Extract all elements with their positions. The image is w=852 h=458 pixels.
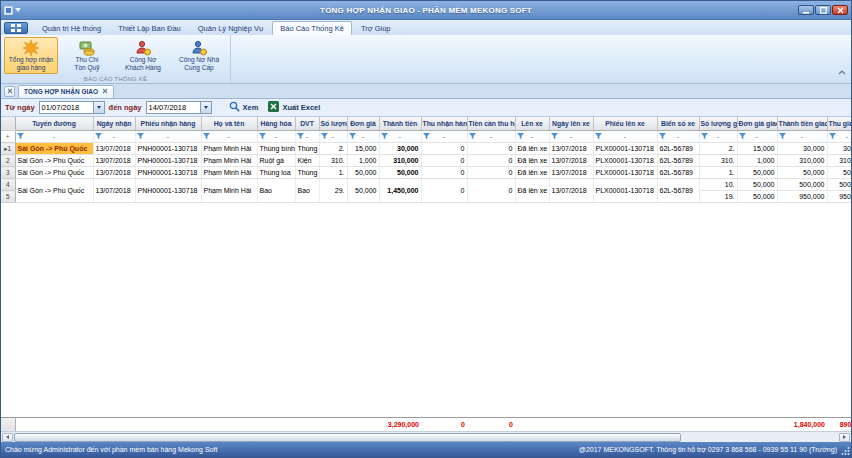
close-document-icon[interactable]	[4, 86, 15, 97]
menu-tab-quan-ly-nghiep-vu[interactable]: Quản Lý Nghiệp Vụ	[190, 21, 271, 35]
grid-cell-so-luong-giao[interactable]: 2.	[699, 143, 737, 155]
grid-cell-tuyen-duong[interactable]: Sài Gòn -> Phú Quốc	[15, 167, 93, 179]
grid-cell-ngay-nhan[interactable]: 13/07/2018	[93, 167, 135, 179]
table-row[interactable]: 4Sài Gòn -> Phú Quốc13/07/2018PNH00001-1…	[1, 179, 851, 191]
column-header-dvt[interactable]: DVT	[295, 117, 319, 131]
column-header-ho-va-ten[interactable]: Họ và tên	[201, 117, 257, 131]
grid-cell-dvt[interactable]: Thùng	[295, 143, 319, 155]
grid-cell-ho-va-ten[interactable]: Phạm Minh Hải	[201, 143, 257, 155]
filter-funnel-icon[interactable]	[739, 133, 746, 141]
filter-funnel-icon[interactable]	[381, 133, 388, 141]
filter-cell-so-luong[interactable]: -	[319, 131, 347, 143]
row-indicator[interactable]: ▸1	[1, 143, 15, 155]
application-menu-button[interactable]	[4, 22, 28, 34]
grid-cell-ngay-len-xe[interactable]: 13/07/2018	[549, 143, 593, 155]
grid-cell-tuyen-duong[interactable]: Sài Gòn -> Phú Quốc	[15, 155, 93, 167]
filter-cell-ho-va-ten[interactable]: -	[201, 131, 257, 143]
grid-cell-so-luong[interactable]: 310.	[319, 155, 347, 167]
grid-cell-hang-hoa[interactable]: Ruột gà	[257, 155, 295, 167]
row-indicator[interactable]: 5	[1, 191, 15, 203]
filter-cell-thanh-tien[interactable]: -	[379, 131, 421, 143]
grid-cell-len-xe[interactable]: Đã lên xe	[515, 179, 549, 203]
to-date-input[interactable]: 14/07/2018	[146, 101, 212, 114]
column-header-so-luong-giao[interactable]: Số lượng giao	[699, 117, 737, 131]
titlebar[interactable]: TỔNG HỢP NHẬN GIAO - PHẦN MỀM MEKONG SOF…	[1, 1, 851, 20]
from-date-dropdown-icon[interactable]	[93, 102, 104, 113]
grid-cell-thanh-tien-giao[interactable]: 500,000	[777, 179, 827, 191]
grid-cell-tien-can-thu-ho[interactable]: 0	[467, 155, 515, 167]
filter-cell-bien-so-xe[interactable]: -	[657, 131, 699, 143]
filter-funnel-icon[interactable]	[321, 133, 328, 141]
menu-tab-thiet-lap-ban-dau[interactable]: Thiết Lập Ban Đầu	[110, 21, 189, 35]
column-header-tien-can-thu-ho[interactable]: Tiền cần thu hộ	[467, 117, 515, 131]
ribbon-button-tong-hop-nhan-giao[interactable]: Tổng hợp nhận giao hàng	[4, 37, 58, 74]
grid-cell-tuyen-duong[interactable]: Sài Gòn -> Phú Quốc	[15, 179, 93, 203]
grid-cell-so-luong[interactable]: 2.	[319, 143, 347, 155]
grid-cell-so-luong-giao[interactable]: 1.	[699, 167, 737, 179]
filter-funnel-icon[interactable]	[17, 133, 24, 141]
grid-cell-tuyen-duong[interactable]: Sài Gòn -> Phú Quốc	[15, 143, 93, 155]
grid-cell-len-xe[interactable]: Đã lên xe	[515, 167, 549, 179]
grid-cell-don-gia[interactable]: 1,000	[347, 155, 379, 167]
column-header-thanh-tien[interactable]: Thành tiền	[379, 117, 421, 131]
column-header-thanh-tien-giao[interactable]: Thành tiền giao	[777, 117, 827, 131]
grid-cell-ngay-nhan[interactable]: 13/07/2018	[93, 155, 135, 167]
grid-cell-ho-va-ten[interactable]: Phạm Minh Hải	[201, 179, 257, 203]
filter-cell-hang-hoa[interactable]: -	[257, 131, 295, 143]
grid-cell-thu-giao-hang[interactable]: 950,000	[827, 191, 851, 203]
minimize-button[interactable]	[798, 5, 814, 15]
grid-cell-don-gia[interactable]: 15,000	[347, 143, 379, 155]
grid-cell-tien-can-thu-ho[interactable]: 0	[467, 143, 515, 155]
grid-cell-ngay-len-xe[interactable]: 13/07/2018	[549, 155, 593, 167]
row-indicator[interactable]: 3	[1, 167, 15, 179]
grid-cell-phieu-nhan-hang[interactable]: PNH00001-130718	[135, 179, 201, 203]
grid-cell-tien-can-thu-ho[interactable]: 0	[467, 179, 515, 203]
grid-cell-hang-hoa[interactable]: Thùng loa	[257, 167, 295, 179]
grid-cell-thu-giao-hang[interactable]: 30,000	[827, 143, 851, 155]
ribbon-button-cong-no-khach-hang[interactable]: Công Nợ Khách Hàng	[116, 37, 170, 74]
column-header-ngay-len-xe[interactable]: Ngày lên xe	[549, 117, 593, 131]
grid-cell-don-gia[interactable]: 50,000	[347, 179, 379, 203]
ribbon-button-cong-no-nha-cung-cap[interactable]: Công Nợ Nhà Cung Cấp	[172, 37, 226, 74]
filter-funnel-icon[interactable]	[595, 133, 602, 141]
scroll-left-icon[interactable]	[2, 433, 13, 442]
filter-cell-don-gia[interactable]: -	[347, 131, 379, 143]
grid-cell-ngay-len-xe[interactable]: 13/07/2018	[549, 167, 593, 179]
grid-cell-don-gia[interactable]: 50,000	[347, 167, 379, 179]
column-header-len-xe[interactable]: Lên xe	[515, 117, 549, 131]
grid-cell-thu-giao-hang[interactable]: 500,000	[827, 179, 851, 191]
filter-cell-tuyen-duong[interactable]: -	[15, 131, 93, 143]
filter-funnel-icon[interactable]	[469, 133, 476, 141]
filter-funnel-icon[interactable]	[779, 133, 786, 141]
grid-cell-phieu-len-xe[interactable]: PLX00001-130718	[593, 179, 657, 203]
grid-cell-thu-nhan-hang[interactable]: 0	[421, 143, 467, 155]
grid-cell-thu-giao-hang[interactable]: 50,000	[827, 167, 851, 179]
grid-cell-phieu-len-xe[interactable]: PLX00001-130718	[593, 167, 657, 179]
grid-cell-len-xe[interactable]: Đã lên xe	[515, 143, 549, 155]
filter-cell-thanh-tien-giao[interactable]: -	[777, 131, 827, 143]
grid-cell-thanh-tien[interactable]: 1,450,000	[379, 179, 421, 203]
column-header-so-luong[interactable]: Số lượng	[319, 117, 347, 131]
grid-cell-thanh-tien-giao[interactable]: 30,000	[777, 143, 827, 155]
filter-cell-so-luong-giao[interactable]: -	[699, 131, 737, 143]
menu-tab-quan-tri-he-thong[interactable]: Quản trị Hệ thống	[34, 21, 109, 35]
grid-cell-phieu-nhan-hang[interactable]: PNH00001-130718	[135, 143, 201, 155]
grid-cell-phieu-nhan-hang[interactable]: PNH00001-130718	[135, 155, 201, 167]
grid-cell-ngay-nhan[interactable]: 13/07/2018	[93, 179, 135, 203]
row-indicator[interactable]: 2	[1, 155, 15, 167]
column-header-phieu-len-xe[interactable]: Phiếu lên xe	[593, 117, 657, 131]
grid-cell-don-gia-giao[interactable]: 50,000	[737, 179, 777, 191]
filter-cell-ngay-nhan[interactable]: -	[93, 131, 135, 143]
row-indicator[interactable]: 4	[1, 179, 15, 191]
grid-cell-so-luong[interactable]: 29.	[319, 179, 347, 203]
filter-cell-thu-nhan-hang[interactable]: -	[421, 131, 467, 143]
tab-close-icon[interactable]	[102, 88, 108, 95]
grid-cell-thu-giao-hang[interactable]: 310,000	[827, 155, 851, 167]
column-header-don-gia-giao[interactable]: Đơn giá giao	[737, 117, 777, 131]
column-header-hang-hoa[interactable]: Hàng hóa	[257, 117, 295, 131]
filter-funnel-icon[interactable]	[137, 133, 144, 141]
horizontal-scrollbar[interactable]	[1, 431, 851, 442]
grid-cell-don-gia-giao[interactable]: 1,000	[737, 155, 777, 167]
grid-cell-thu-nhan-hang[interactable]: 0	[421, 167, 467, 179]
filter-cell-phieu-len-xe[interactable]: -	[593, 131, 657, 143]
